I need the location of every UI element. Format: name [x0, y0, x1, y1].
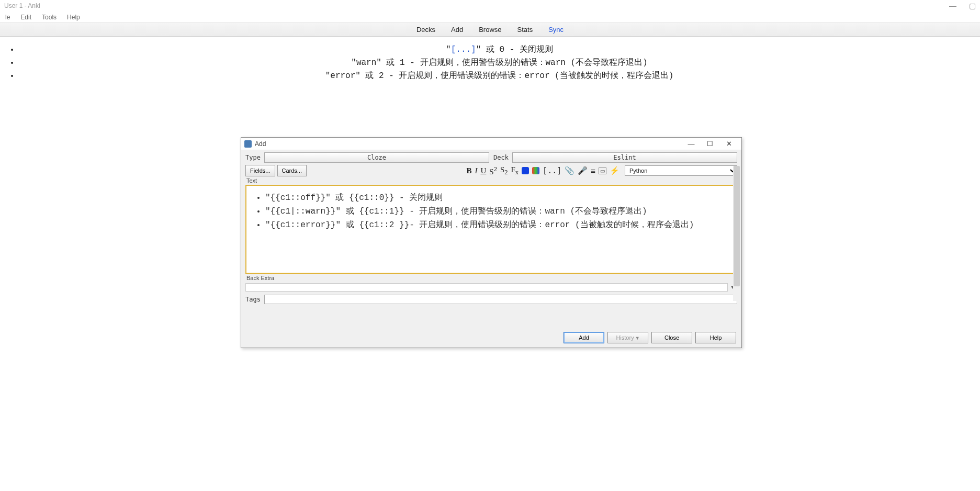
- preview-line-3: "error" 或 2 - 开启规则，使用错误级别的错误：error (当被触发…: [19, 69, 980, 82]
- menu-file[interactable]: le: [0, 14, 15, 21]
- close-button[interactable]: Close: [651, 332, 692, 343]
- menu-tools[interactable]: Tools: [37, 14, 62, 21]
- underline-icon[interactable]: U: [480, 166, 486, 175]
- dialog-minimize-icon[interactable]: —: [682, 140, 701, 148]
- bold-icon[interactable]: B: [466, 166, 471, 175]
- help-button[interactable]: Help: [695, 332, 736, 343]
- type-label: Type: [245, 154, 264, 161]
- scrollbar-thumb[interactable]: [734, 166, 740, 286]
- superscript-icon[interactable]: S2: [489, 165, 497, 176]
- main-toolbar: Decks Add Browse Stats Sync: [0, 23, 980, 37]
- text-field-label: Text: [246, 177, 737, 184]
- maximize-icon[interactable]: ▢: [969, 2, 976, 10]
- highlight-color-icon[interactable]: [532, 167, 539, 174]
- editor-toolbar: B I U S2 S2 Fx [..] 📎 🎤 ≡ ▭ ⚡ Python: [466, 165, 737, 176]
- tags-input[interactable]: [264, 295, 737, 304]
- editor-line[interactable]: "{{c1::error}}" 或 {{c1::2 }}- 开启规则，使用错误级…: [265, 218, 729, 232]
- toolbar-add[interactable]: Add: [451, 26, 463, 34]
- dialog-titlebar: Add — ☐ ✕: [241, 138, 741, 150]
- add-button[interactable]: Add: [564, 332, 604, 343]
- dialog-footer: Add History▼ Close Help: [564, 332, 736, 343]
- menu-edit[interactable]: Edit: [15, 14, 37, 21]
- language-select[interactable]: Python: [625, 165, 737, 176]
- attachment-icon[interactable]: 📎: [565, 166, 575, 175]
- dialog-scrollbar[interactable]: [733, 166, 740, 301]
- cloze-placeholder: [...]: [451, 45, 476, 54]
- dialog-close-icon[interactable]: ✕: [719, 140, 738, 148]
- editor-line[interactable]: "{{c1::off}}" 或 {{c1::0}} - 关闭规则: [265, 191, 729, 205]
- record-icon[interactable]: 🎤: [578, 166, 588, 175]
- card-preview: "[...]" 或 0 - 关闭规则 "warn" 或 1 - 开启规则，使用警…: [0, 37, 980, 82]
- app-icon: [244, 140, 252, 148]
- dialog-title: Add: [255, 140, 682, 148]
- italic-icon[interactable]: I: [475, 166, 477, 175]
- menu-help[interactable]: Help: [62, 14, 85, 21]
- toolbar-stats[interactable]: Stats: [517, 26, 533, 34]
- toolbar-sync[interactable]: Sync: [548, 26, 564, 34]
- deck-selector[interactable]: Eslint: [512, 152, 737, 163]
- preview-quote: ": [446, 45, 451, 54]
- history-button[interactable]: History▼: [607, 332, 648, 343]
- chevron-down-icon: ▼: [635, 336, 640, 341]
- text-editor[interactable]: "{{c1::off}}" 或 {{c1::0}} - 关闭规则 "{{c1|:…: [245, 185, 737, 274]
- preview-line-1: "[...]" 或 0 - 关闭规则: [19, 43, 980, 56]
- equation-icon[interactable]: ≡: [591, 166, 595, 175]
- text-color-icon[interactable]: [522, 167, 529, 174]
- preview-line-2: "warn" 或 1 - 开启规则，使用警告级别的错误：warn (不会导致程序…: [19, 56, 980, 69]
- cards-button[interactable]: Cards...: [277, 165, 307, 176]
- preview-rest: " 或 0 - 关闭规则: [476, 45, 553, 54]
- subscript-icon[interactable]: S2: [500, 165, 508, 176]
- type-selector[interactable]: Cloze: [264, 152, 489, 163]
- toolbar-browse[interactable]: Browse: [479, 26, 501, 34]
- window-titlebar: User 1 - Anki — ▢: [0, 0, 980, 12]
- dialog-maximize-icon[interactable]: ☐: [701, 140, 719, 148]
- deck-label: Deck: [493, 154, 512, 161]
- erase-format-icon[interactable]: Fx: [511, 165, 519, 176]
- minimize-icon[interactable]: —: [949, 2, 956, 10]
- toolbar-decks[interactable]: Decks: [416, 26, 435, 34]
- tags-label: Tags: [245, 296, 261, 303]
- editor-line[interactable]: "{{c1|::warn}}" 或 {{c1::1}} - 开启规则，使用警告级…: [265, 205, 729, 218]
- add-dialog: Add — ☐ ✕ Type Cloze Deck Eslint Fields.…: [241, 137, 742, 348]
- window-controls: — ▢: [949, 2, 976, 10]
- window-title: User 1 - Anki: [4, 2, 949, 9]
- history-label: History: [616, 334, 634, 341]
- back-extra-label: Back Extra: [246, 275, 737, 281]
- fields-button[interactable]: Fields...: [245, 165, 275, 176]
- html-icon[interactable]: ▭: [599, 168, 606, 174]
- menubar: le Edit Tools Help: [0, 12, 980, 23]
- cloze-icon[interactable]: [..]: [543, 166, 561, 175]
- lightning-icon[interactable]: ⚡: [610, 166, 619, 175]
- back-extra-editor[interactable]: [245, 283, 728, 292]
